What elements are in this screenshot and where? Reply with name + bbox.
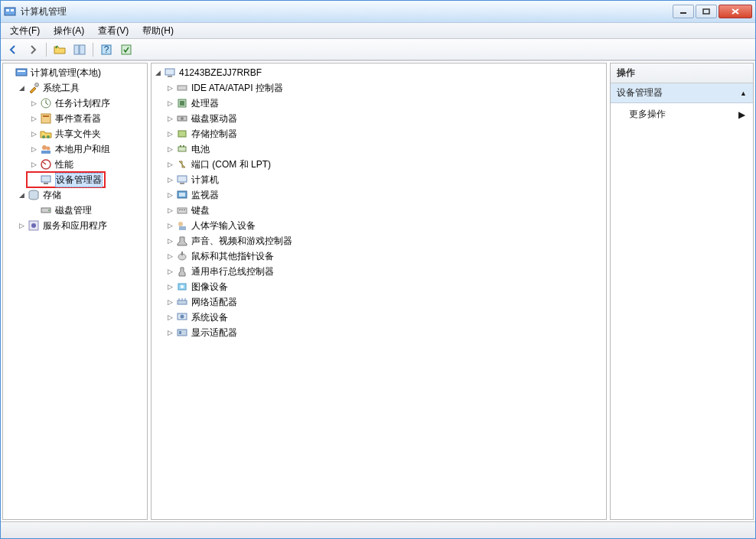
app-window: 计算机管理 文件(F) 操作(A) 查看(V) 帮助(H) ? bbox=[0, 0, 756, 539]
expander-icon[interactable]: ▷ bbox=[29, 144, 38, 154]
actions-section[interactable]: 设备管理器 ▲ bbox=[611, 83, 753, 103]
expander-icon[interactable]: ▷ bbox=[165, 175, 174, 184]
nav-forward-button[interactable] bbox=[24, 41, 42, 58]
svg-point-14 bbox=[35, 83, 39, 87]
device-manager-panel: ◢ 41243BZEJJ7RRBF ▷IDE ATA/ATAPI 控制器▷处理器… bbox=[151, 63, 607, 520]
tree-services-apps[interactable]: ▷ 服务和应用程序 bbox=[3, 218, 147, 233]
toolbar-refresh-button[interactable] bbox=[117, 41, 135, 58]
tree-shared-folders[interactable]: ▷ 共享文件夹 bbox=[3, 126, 147, 141]
expander-icon[interactable]: ▷ bbox=[165, 313, 174, 322]
device-category[interactable]: ▷键盘 bbox=[152, 203, 606, 218]
device-category[interactable]: ▷声音、视频和游戏控制器 bbox=[152, 233, 606, 248]
svg-rect-16 bbox=[41, 114, 51, 123]
tree-system-tools[interactable]: ◢ 系统工具 bbox=[3, 80, 147, 96]
expander-icon[interactable]: ▷ bbox=[29, 114, 38, 123]
expander-icon[interactable]: ▷ bbox=[165, 144, 174, 154]
tree-device-manager[interactable]: 设备管理器 bbox=[3, 172, 147, 187]
device-tree[interactable]: ◢ 41243BZEJJ7RRBF ▷IDE ATA/ATAPI 控制器▷处理器… bbox=[152, 63, 606, 342]
expander-icon[interactable]: ▷ bbox=[165, 267, 174, 276]
window-title: 计算机管理 bbox=[21, 5, 673, 18]
expander-icon[interactable]: ▷ bbox=[165, 328, 174, 337]
tree-disk-mgmt[interactable]: 磁盘管理 bbox=[3, 203, 147, 218]
svg-rect-33 bbox=[178, 86, 187, 90]
expander-icon[interactable]: ▷ bbox=[165, 83, 174, 93]
device-category[interactable]: ▷网络适配器 bbox=[152, 294, 606, 310]
expander-icon[interactable]: ▷ bbox=[29, 160, 38, 169]
scope-tree[interactable]: 计算机管理(本地) ◢ 系统工具 ▷ 任务计划程序 ▷ 事件查看器 bbox=[3, 63, 147, 235]
expander-icon[interactable]: ◢ bbox=[17, 190, 26, 200]
close-button[interactable] bbox=[719, 5, 752, 18]
maximize-button[interactable] bbox=[696, 5, 717, 18]
category-icon bbox=[176, 112, 188, 125]
expander-icon[interactable]: ▷ bbox=[165, 190, 174, 200]
device-category[interactable]: ▷图像设备 bbox=[152, 279, 606, 294]
svg-rect-22 bbox=[41, 151, 51, 154]
device-category[interactable]: ▷端口 (COM 和 LPT) bbox=[152, 157, 606, 172]
menu-help[interactable]: 帮助(H) bbox=[136, 23, 180, 39]
nav-back-button[interactable] bbox=[4, 41, 22, 58]
svg-rect-24 bbox=[41, 176, 51, 182]
svg-point-19 bbox=[47, 135, 50, 138]
expander-icon[interactable]: ◢ bbox=[17, 83, 26, 93]
expander-icon[interactable]: ▷ bbox=[165, 206, 174, 215]
svg-point-37 bbox=[181, 117, 184, 120]
expander-icon[interactable]: ▷ bbox=[29, 129, 38, 138]
toolbar-view-button[interactable] bbox=[70, 41, 89, 58]
device-category[interactable]: ▷系统设备 bbox=[152, 310, 606, 325]
main-area: 计算机管理(本地) ◢ 系统工具 ▷ 任务计划程序 ▷ 事件查看器 bbox=[1, 60, 755, 521]
expander-icon[interactable]: ▷ bbox=[165, 282, 174, 291]
menu-file[interactable]: 文件(F) bbox=[4, 23, 46, 39]
device-category[interactable]: ▷人体学输入设备 bbox=[152, 218, 606, 233]
svg-rect-1 bbox=[6, 9, 9, 11]
toolbar-separator bbox=[93, 43, 93, 57]
expander-icon[interactable]: ▷ bbox=[165, 221, 174, 230]
category-icon bbox=[176, 219, 188, 232]
category-label: 存储控制器 bbox=[191, 128, 237, 141]
toolbar-help-button[interactable]: ? bbox=[97, 41, 116, 58]
menu-action[interactable]: 操作(A) bbox=[47, 23, 90, 39]
tree-local-users[interactable]: ▷ 本地用户和组 bbox=[3, 141, 147, 157]
svg-point-21 bbox=[47, 147, 51, 151]
svg-rect-2 bbox=[11, 9, 14, 11]
tree-root[interactable]: 计算机管理(本地) bbox=[3, 65, 147, 80]
action-more[interactable]: 更多操作 ▶ bbox=[611, 103, 753, 125]
expander-icon[interactable]: ◢ bbox=[153, 68, 162, 77]
svg-text:?: ? bbox=[104, 44, 109, 55]
device-category[interactable]: ▷磁盘驱动器 bbox=[152, 111, 606, 126]
device-category[interactable]: ▷存储控制器 bbox=[152, 126, 606, 141]
expander-icon[interactable]: ▷ bbox=[165, 236, 174, 245]
device-category[interactable]: ▷处理器 bbox=[152, 96, 606, 111]
expander-icon[interactable]: ▷ bbox=[165, 252, 174, 261]
actions-header: 操作 bbox=[611, 63, 753, 83]
toolbar-folder-button[interactable] bbox=[51, 41, 69, 58]
tree-event-viewer[interactable]: ▷ 事件查看器 bbox=[3, 111, 147, 126]
expander-icon[interactable]: ▷ bbox=[165, 160, 174, 169]
minimize-button[interactable] bbox=[673, 5, 694, 18]
svg-rect-42 bbox=[178, 176, 187, 182]
toolbar-separator bbox=[46, 43, 47, 57]
device-category[interactable]: ▷电池 bbox=[152, 141, 606, 157]
device-category[interactable]: ▷监视器 bbox=[152, 187, 606, 203]
device-category[interactable]: ▷IDE ATA/ATAPI 控制器 bbox=[152, 80, 606, 96]
expander-icon[interactable]: ▷ bbox=[165, 99, 174, 108]
expander-icon[interactable]: ▷ bbox=[29, 99, 38, 108]
device-root[interactable]: ◢ 41243BZEJJ7RRBF bbox=[152, 65, 606, 80]
tree-task-scheduler[interactable]: ▷ 任务计划程序 bbox=[3, 96, 147, 111]
device-category[interactable]: ▷计算机 bbox=[152, 172, 606, 187]
device-category[interactable]: ▷通用串行总线控制器 bbox=[152, 264, 606, 279]
device-category[interactable]: ▷鼠标和其他指针设备 bbox=[152, 248, 606, 264]
expander-icon[interactable]: ▷ bbox=[17, 221, 26, 230]
tree-storage[interactable]: ◢ 存储 bbox=[3, 187, 147, 203]
device-category[interactable]: ▷显示适配器 bbox=[152, 325, 606, 340]
disk-icon bbox=[40, 204, 52, 216]
expander-icon[interactable]: ▷ bbox=[165, 129, 174, 138]
svg-rect-59 bbox=[178, 330, 187, 336]
category-icon bbox=[176, 265, 188, 278]
menu-view[interactable]: 查看(V) bbox=[92, 23, 135, 39]
category-label: 端口 (COM 和 LPT) bbox=[191, 158, 271, 171]
expander-icon[interactable]: ▷ bbox=[165, 297, 174, 307]
tree-performance[interactable]: ▷ 性能 bbox=[3, 157, 147, 172]
svg-rect-8 bbox=[80, 45, 85, 54]
expander-icon[interactable]: ▷ bbox=[165, 114, 174, 123]
category-icon bbox=[176, 189, 188, 201]
